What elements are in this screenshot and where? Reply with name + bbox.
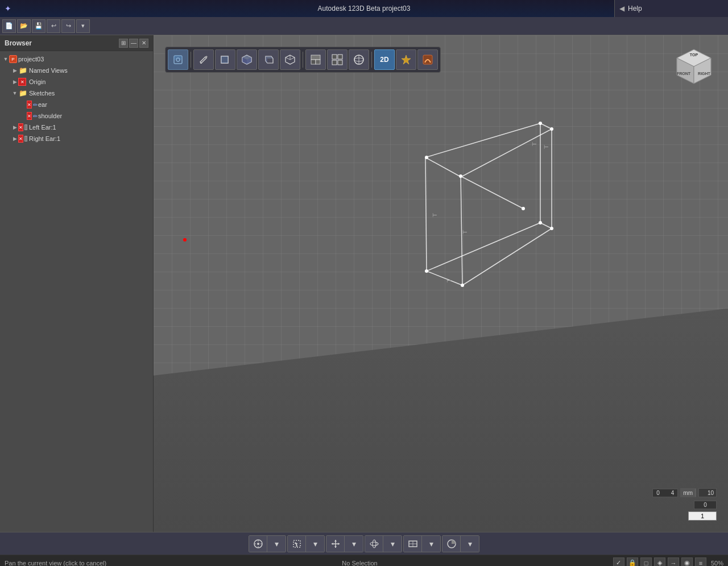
origin-marker <box>183 238 187 242</box>
tree-item-origin[interactable]: ▶ ✕ Origin <box>9 76 153 88</box>
select-dropdown-button[interactable]: ▾ <box>306 536 324 552</box>
svg-marker-73 <box>334 546 337 548</box>
ruler-tick-0: 0 <box>656 490 660 496</box>
svg-point-77 <box>373 540 376 548</box>
shoulder-sketch-icon: ✕ ✏ <box>27 112 36 120</box>
svg-point-52 <box>550 127 553 131</box>
svg-line-44 <box>425 123 540 157</box>
svg-marker-74 <box>332 543 333 545</box>
svg-text:⊢: ⊢ <box>446 277 452 284</box>
layers-icon[interactable]: ◈ <box>654 557 665 567</box>
sketch-geometry: ⊢ ⊢ ⊢ ⊢ ⊢ <box>154 35 728 532</box>
viewport[interactable]: 2D T <box>154 35 728 532</box>
svg-point-55 <box>539 221 542 224</box>
svg-line-46 <box>462 129 552 176</box>
help-icon: ◀ <box>619 5 624 13</box>
tree-arrow-project: ▼ <box>2 56 9 63</box>
svg-point-54 <box>461 284 464 287</box>
redo-button[interactable]: ↪ <box>61 19 75 33</box>
snap-button-group: ▾ <box>249 535 286 552</box>
lock-icon[interactable]: 🔒 <box>627 557 638 567</box>
more-button[interactable]: ▾ <box>76 19 90 33</box>
app-title: Autodesk 123D Beta project03 <box>318 5 411 13</box>
ruler-tick-10: 10 <box>699 490 716 496</box>
unit-label: mm <box>681 489 696 497</box>
status-bar: Pan the current view (click to cancel) N… <box>0 555 728 566</box>
project-icon: P <box>9 55 17 63</box>
display-dropdown-button[interactable]: ▾ <box>461 536 479 552</box>
view-button-group: ▾ <box>403 535 441 552</box>
svg-point-51 <box>539 122 542 125</box>
tree-item-ear[interactable]: ▶ ✕ ✏ ear <box>18 99 153 110</box>
origin-label: Origin <box>29 78 46 85</box>
tree-item-sketches[interactable]: ▼ 📁 Sketches <box>9 88 153 99</box>
selection-status: No Selection <box>342 560 377 567</box>
help-bar: ◀ Help <box>614 0 728 17</box>
display-button-group: ▾ <box>442 535 479 552</box>
named-views-label: Named Views <box>29 67 68 74</box>
open-button[interactable]: 📂 <box>17 19 31 33</box>
display-button[interactable] <box>442 536 461 552</box>
save-button[interactable]: 💾 <box>32 19 46 33</box>
browser-title: Browser <box>5 39 32 47</box>
sketches-icon: 📁 <box>18 89 27 97</box>
browser-grid-button[interactable]: ⊞ <box>119 39 128 48</box>
tree-item-shoulder[interactable]: ▶ ✕ ✏ shoulder <box>18 110 153 122</box>
svg-point-56 <box>550 227 553 230</box>
tree-arrow-named-views: ▶ <box>11 67 18 74</box>
ruler-value-display: 10 <box>698 488 717 497</box>
transform-dropdown-button[interactable]: ▾ <box>345 536 363 552</box>
svg-text:⊢: ⊢ <box>544 144 549 150</box>
status-text: Pan the current view (click to cancel) <box>5 560 106 567</box>
browser-header: Browser ⊞ — ✕ <box>0 35 153 51</box>
tree-item-named-views[interactable]: ▶ 📁 Named Views <box>9 65 153 76</box>
browser-controls: ⊞ — ✕ <box>119 39 148 48</box>
tree-item-left-ear[interactable]: ▶ ✕ Left Ear:1 <box>9 122 153 133</box>
svg-point-50 <box>459 174 462 178</box>
tree-item-project[interactable]: ▼ P project03 <box>0 53 153 65</box>
origin-icon: ✕ <box>18 78 27 86</box>
view-dropdown-button[interactable]: ▾ <box>422 536 440 552</box>
named-views-icon: 📁 <box>18 66 27 74</box>
orbit-button-group: ▾ <box>365 535 402 552</box>
svg-point-64 <box>257 543 259 545</box>
record-icon[interactable]: ◉ <box>681 557 693 567</box>
help-label[interactable]: Help <box>628 5 642 13</box>
unit-display[interactable]: mm <box>680 488 696 497</box>
svg-line-39 <box>540 223 552 228</box>
quick-access-toolbar: 📄 📂 💾 ↩ ↪ ▾ <box>0 17 728 35</box>
shoulder-label: shoulder <box>38 113 62 119</box>
browser-close-button[interactable]: ✕ <box>139 39 148 48</box>
svg-point-57 <box>522 207 525 210</box>
tree-item-right-ear[interactable]: ▶ ✕ Right Ear:1 <box>9 133 153 144</box>
svg-line-42 <box>425 157 460 176</box>
title-bar: ✦ Autodesk 123D Beta project03 ◀ Help — … <box>0 0 728 17</box>
select-button-group: ▾ <box>287 535 325 552</box>
right-ear-icon: ✕ <box>18 135 27 143</box>
orbit-button[interactable] <box>365 536 383 552</box>
ruler-area: 0 4 mm 10 0 <box>652 488 717 521</box>
ear-label: ear <box>38 101 47 108</box>
arrow-icon[interactable]: → <box>668 557 679 567</box>
project-label: project03 <box>18 56 44 63</box>
menu-icon[interactable]: ≡ <box>695 557 706 567</box>
status-right: ✓ 🔒 □ ◈ → ◉ ≡ 50% <box>613 557 723 567</box>
orbit-dropdown-button[interactable]: ▾ <box>383 536 402 552</box>
svg-text:⊢: ⊢ <box>532 141 537 147</box>
transform-button[interactable] <box>326 536 345 552</box>
select-button[interactable] <box>288 536 306 552</box>
ruler-tick-4: 4 <box>671 490 675 496</box>
undo-button[interactable]: ↩ <box>47 19 60 33</box>
app-icon: ✦ <box>5 4 11 13</box>
ruler-input[interactable] <box>688 511 717 521</box>
svg-text:⊢: ⊢ <box>432 212 437 218</box>
svg-line-43 <box>427 271 462 285</box>
snap-dropdown-button[interactable]: ▾ <box>267 536 286 552</box>
checkmark-icon[interactable]: ✓ <box>613 557 624 567</box>
right-ear-label: Right Ear:1 <box>29 135 60 142</box>
box-icon[interactable]: □ <box>640 557 652 567</box>
new-button[interactable]: 📄 <box>2 19 16 33</box>
view-button[interactable] <box>404 536 422 552</box>
browser-minimize-button[interactable]: — <box>129 39 138 48</box>
snap-circle-button[interactable] <box>249 536 267 552</box>
